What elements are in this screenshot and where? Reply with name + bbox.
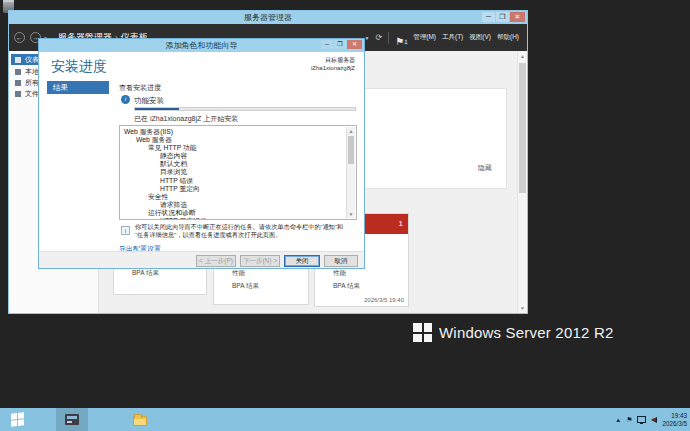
notifications-flag-icon[interactable]: ⚑ 1 xyxy=(395,31,407,44)
target-server-name: iZha1xionazg8jZ xyxy=(311,65,355,71)
progress-fill xyxy=(135,108,179,110)
info-icon: i xyxy=(121,95,130,104)
tree-item: Web 服务器(IIS) xyxy=(122,128,344,136)
list-scroll-up-icon[interactable]: ▲ xyxy=(347,128,355,134)
tile-row-performance[interactable]: 性能 xyxy=(333,269,346,278)
server-manager-titlebar[interactable]: 服务器管理器 ─ ❐ ✕ xyxy=(9,11,527,24)
target-server-block: 目标服务器 iZha1xionazg8jZ xyxy=(311,56,355,71)
os-watermark: Windows Server 2012 R2 xyxy=(413,323,613,342)
progress-bar xyxy=(134,107,356,111)
start-windows-icon xyxy=(11,412,24,426)
taskbar: ▲ ⚑ 19:43 2026/3/5 xyxy=(0,408,690,431)
close-button[interactable]: ✕ xyxy=(510,12,525,22)
menu-view[interactable]: 视图(V) xyxy=(469,33,491,42)
tree-item: HTTP 错误 xyxy=(122,177,344,185)
wizard-title: 添加角色和功能向导 xyxy=(166,40,238,51)
tile-alert-count: 1 xyxy=(399,219,403,228)
tree-item: 静态内容 xyxy=(122,152,344,160)
chevron-down-icon[interactable]: ▼ xyxy=(365,35,370,41)
list-scroll-down-icon[interactable]: ▼ xyxy=(347,211,355,217)
system-tray: ▲ ⚑ 19:43 2026/3/5 xyxy=(615,408,687,431)
tree-item: 默认文档 xyxy=(122,160,344,168)
desktop: Windows Server 2012 R2 服务器管理器 ─ ❐ ✕ ← → … xyxy=(0,0,690,431)
hide-welcome-link[interactable]: 隐藏 xyxy=(478,163,492,173)
network-icon[interactable] xyxy=(637,416,646,423)
windows-logo-icon xyxy=(413,323,432,342)
tree-item: 常见 HTTP 功能 xyxy=(122,144,344,152)
menu-tools[interactable]: 工具(T) xyxy=(442,33,463,42)
cancel-button[interactable]: 取消 xyxy=(324,255,358,267)
notification-badge: 1 xyxy=(403,39,408,45)
note-info-icon: i xyxy=(121,226,130,235)
wizard-dialog: 添加角色和功能向导 ─ ❐ ✕ 目标服务器 iZha1xionazg8jZ 安装… xyxy=(38,38,365,269)
list-scrollbar-thumb[interactable] xyxy=(348,136,354,164)
tile-row-performance[interactable]: 性能 xyxy=(232,269,245,278)
tray-date: 2026/3/5 xyxy=(662,420,687,428)
back-icon[interactable]: ← xyxy=(14,32,25,43)
tile-row-bpa[interactable]: BPA 结果 xyxy=(132,269,159,278)
maximize-button[interactable]: ❐ xyxy=(496,12,509,22)
tile-timestamp: 2026/3/5 19:40 xyxy=(364,297,404,303)
header-divider xyxy=(388,32,389,44)
wizard-maximize-button[interactable]: ❐ xyxy=(334,40,346,49)
dashboard-icon xyxy=(15,57,21,63)
minimize-button[interactable]: ─ xyxy=(482,12,495,22)
menu-manage[interactable]: 管理(M) xyxy=(413,33,436,42)
feature-tree-list[interactable]: Web 服务器(IIS) Web 服务器 常见 HTTP 功能 静态内容 默认文… xyxy=(119,125,357,220)
wizard-heading: 安装进度 xyxy=(51,58,107,76)
tree-item: HTTP 日志记录 xyxy=(122,217,344,220)
list-scrollbar[interactable]: ▲ ▼ xyxy=(346,127,355,218)
wizard-footer: < 上一步(P) 下一步(N) > 关闭 取消 xyxy=(39,251,364,268)
tree-item: HTTP 重定向 xyxy=(122,185,344,193)
tray-clock[interactable]: 19:43 2026/3/5 xyxy=(662,412,687,428)
task-title: 功能安装 xyxy=(134,96,164,106)
server-manager-icon xyxy=(65,414,79,425)
wizard-minimize-button[interactable]: ─ xyxy=(321,40,333,49)
folder-icon xyxy=(133,416,147,426)
taskbar-file-explorer-button[interactable] xyxy=(124,408,156,431)
tree-item: 请求筛选 xyxy=(122,201,344,209)
storage-icon xyxy=(15,91,21,97)
server-icon xyxy=(15,69,21,75)
tree-item: 安全性 xyxy=(122,193,344,201)
window-title: 服务器管理器 xyxy=(244,12,292,23)
wizard-note-text: 你可以关闭此向导而不中断正在运行的任务。请依次单击命令栏中的“通知”和“任务详细… xyxy=(135,223,351,239)
scroll-up-icon[interactable]: ▲ xyxy=(518,53,527,59)
servers-icon xyxy=(15,80,21,86)
tile-row-bpa[interactable]: BPA 结果 xyxy=(333,282,360,291)
wizard-close-button[interactable]: ✕ xyxy=(347,40,362,49)
install-status-text: 已在 iZha1xionazg8jZ 上开始安装 xyxy=(134,114,238,124)
wizard-nav-results[interactable]: 结果 xyxy=(47,81,109,94)
tree-item: 目录浏览 xyxy=(122,168,344,176)
tile-row-bpa[interactable]: BPA 结果 xyxy=(232,282,259,291)
tree-item: 运行状况和诊断 xyxy=(122,209,344,217)
taskbar-server-manager-button[interactable] xyxy=(56,408,88,431)
tray-time: 19:43 xyxy=(662,412,687,420)
close-wizard-button[interactable]: 关闭 xyxy=(284,255,320,267)
progress-section-label: 查看安装进度 xyxy=(119,83,161,93)
content-scrollbar[interactable]: ▲ ▼ xyxy=(517,51,527,313)
refresh-icon[interactable]: ⟳ xyxy=(376,33,383,42)
target-server-label: 目标服务器 xyxy=(311,56,355,65)
next-button[interactable]: 下一步(N) > xyxy=(240,255,280,267)
menu-help[interactable]: 帮助(H) xyxy=(497,33,519,42)
tree-item: Web 服务器 xyxy=(122,136,344,144)
scroll-down-icon[interactable]: ▼ xyxy=(518,305,527,311)
start-button[interactable] xyxy=(0,408,34,431)
wizard-titlebar[interactable]: 添加角色和功能向导 ─ ❐ ✕ xyxy=(39,39,364,52)
previous-button[interactable]: < 上一步(P) xyxy=(196,255,236,267)
scrollbar-thumb[interactable] xyxy=(519,63,526,193)
tray-expand-icon[interactable]: ▲ xyxy=(615,417,621,423)
os-watermark-text: Windows Server 2012 R2 xyxy=(439,324,613,341)
tray-flag-icon[interactable]: ⚑ xyxy=(626,416,632,424)
volume-muted-icon[interactable] xyxy=(651,417,657,423)
